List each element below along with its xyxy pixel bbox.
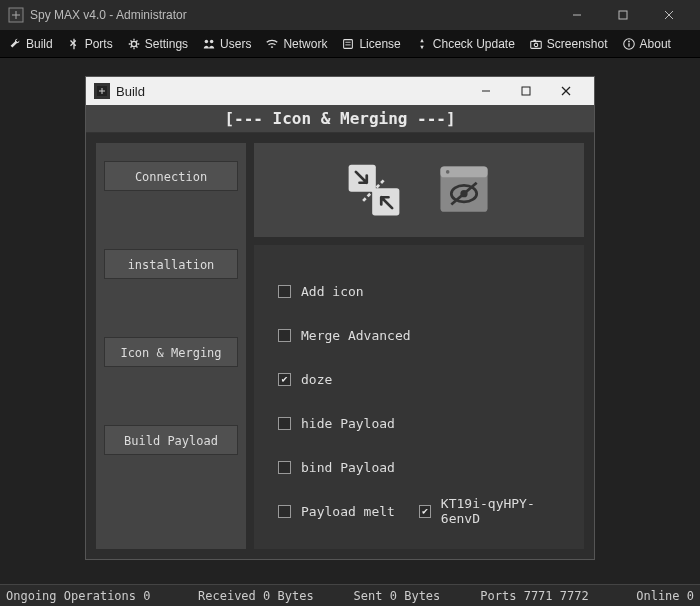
option-add-icon[interactable]: Add icon (278, 284, 560, 299)
toolbar-label: License (359, 37, 400, 51)
build-window: Build [--- Icon & Merging ---] Connectio… (85, 76, 595, 560)
options-panel: Add iconMerge Advanceddozehide Payloadbi… (254, 245, 584, 549)
svg-rect-13 (533, 39, 536, 41)
toolbar-label: Ports (85, 37, 113, 51)
option-label: hide Payload (301, 416, 395, 431)
svg-rect-11 (531, 41, 542, 48)
option-kt19i[interactable]: KT19i-qyHPY-6envD (419, 496, 560, 526)
checkbox-icon (278, 329, 291, 342)
sidebar-item-connection[interactable]: Connection (104, 161, 238, 191)
build-window-title: Build (116, 84, 466, 99)
svg-point-7 (210, 39, 214, 43)
sidebar-item-build-payload[interactable]: Build Payload (104, 425, 238, 455)
build-section-header: [--- Icon & Merging ---] (86, 105, 594, 133)
option-label: Payload melt (301, 504, 395, 519)
toolbar-users[interactable]: Users (200, 35, 253, 53)
main-toolbar: Build Ports Settings Users Network Licen… (0, 30, 700, 58)
wrench-icon (8, 37, 22, 51)
option-label: KT19i-qyHPY-6envD (441, 496, 560, 526)
toolbar-build[interactable]: Build (6, 35, 55, 53)
svg-point-6 (205, 39, 209, 43)
wifi-icon (265, 37, 279, 51)
toolbar-screenshot[interactable]: Screenshot (527, 35, 610, 53)
status-ongoing: Ongoing Operations 0 (6, 589, 151, 603)
build-minimize-button[interactable] (466, 77, 506, 105)
users-icon (202, 37, 216, 51)
app-icon (8, 7, 24, 23)
ports-icon (67, 37, 81, 51)
option-hide-payload[interactable]: hide Payload (278, 416, 560, 431)
maximize-button[interactable] (600, 0, 646, 30)
sidebar-item-installation[interactable]: installation (104, 249, 238, 279)
close-button[interactable] (646, 0, 692, 30)
option-label: Merge Advanced (301, 328, 411, 343)
update-icon (415, 37, 429, 51)
status-online: Online 0 (636, 589, 694, 603)
checkbox-icon (278, 373, 291, 386)
option-label: Add icon (301, 284, 364, 299)
toolbar-ports[interactable]: Ports (65, 35, 115, 53)
checkbox-icon (278, 285, 291, 298)
svg-point-5 (131, 41, 136, 46)
main-area: Build [--- Icon & Merging ---] Connectio… (0, 58, 700, 584)
svg-rect-19 (522, 87, 530, 95)
main-titlebar: Spy MAX v4.0 - Administrator (0, 0, 700, 30)
svg-rect-2 (619, 11, 627, 19)
merge-icon[interactable] (342, 159, 406, 221)
toolbar-about[interactable]: About (620, 35, 673, 53)
info-icon (622, 37, 636, 51)
build-titlebar: Build (86, 77, 594, 105)
window-controls (554, 0, 692, 30)
status-sent: Sent 0 Bytes (354, 589, 441, 603)
toolbar-label: Chceck Update (433, 37, 515, 51)
option-payload-melt[interactable]: Payload melt (278, 504, 419, 519)
option-label: bind Payload (301, 460, 395, 475)
toolbar-license[interactable]: License (339, 35, 402, 53)
license-icon (341, 37, 355, 51)
window-title: Spy MAX v4.0 - Administrator (30, 8, 554, 22)
sidebar-item-icon-merging[interactable]: Icon & Merging (104, 337, 238, 367)
svg-point-15 (628, 40, 630, 42)
option-bind-payload[interactable]: bind Payload (278, 460, 560, 475)
svg-point-12 (534, 43, 538, 47)
toolbar-label: Network (283, 37, 327, 51)
build-content: Add iconMerge Advanceddozehide Payloadbi… (254, 143, 584, 549)
checkbox-icon (419, 505, 431, 518)
option-doze[interactable]: doze (278, 372, 560, 387)
gear-icon (127, 37, 141, 51)
toolbar-check-update[interactable]: Chceck Update (413, 35, 517, 53)
status-ports: Ports 7771 7772 (480, 589, 588, 603)
hide-icon[interactable] (432, 159, 496, 221)
icon-preview-row (254, 143, 584, 237)
status-received: Received 0 Bytes (198, 589, 314, 603)
option-label: doze (301, 372, 332, 387)
option-merge-advanced[interactable]: Merge Advanced (278, 328, 560, 343)
toolbar-label: Users (220, 37, 251, 51)
build-close-button[interactable] (546, 77, 586, 105)
build-window-icon (94, 83, 110, 99)
camera-icon (529, 37, 543, 51)
toolbar-label: About (640, 37, 671, 51)
toolbar-settings[interactable]: Settings (125, 35, 190, 53)
minimize-button[interactable] (554, 0, 600, 30)
toolbar-label: Build (26, 37, 53, 51)
checkbox-icon (278, 461, 291, 474)
svg-rect-8 (344, 39, 353, 48)
build-maximize-button[interactable] (506, 77, 546, 105)
toolbar-label: Settings (145, 37, 188, 51)
svg-point-27 (446, 170, 450, 174)
build-sidebar: Connection installation Icon & Merging B… (96, 143, 246, 549)
toolbar-label: Screenshot (547, 37, 608, 51)
build-body: Connection installation Icon & Merging B… (86, 133, 594, 559)
status-bar: Ongoing Operations 0 Received 0 Bytes Se… (0, 584, 700, 606)
checkbox-icon (278, 505, 291, 518)
toolbar-network[interactable]: Network (263, 35, 329, 53)
checkbox-icon (278, 417, 291, 430)
